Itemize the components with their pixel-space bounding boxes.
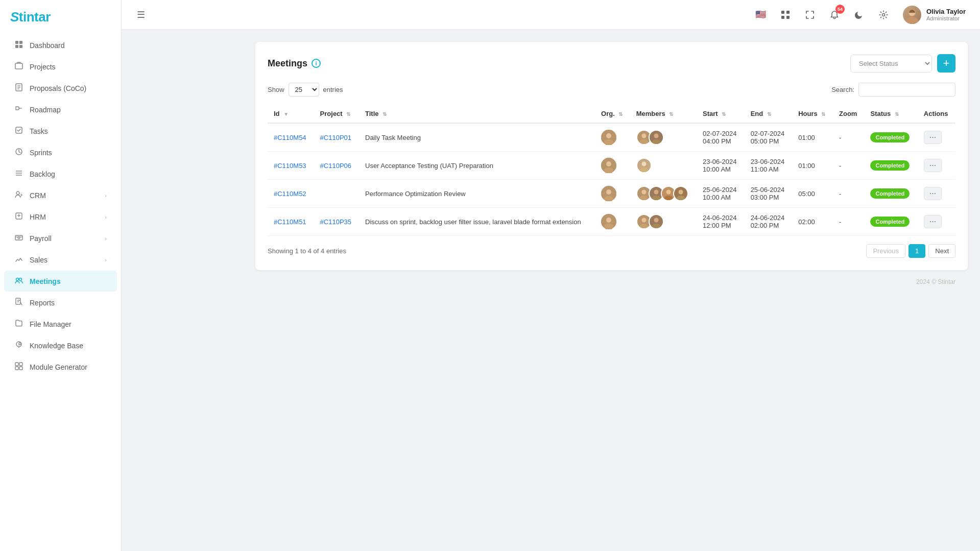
previous-button[interactable]: Previous	[866, 244, 905, 258]
col-zoom: Zoom	[833, 105, 864, 123]
show-select[interactable]: 25 10 50 100	[289, 83, 319, 97]
sidebar-item-file-manager[interactable]: File Manager	[4, 314, 117, 334]
actions-button[interactable]: ···	[924, 215, 942, 228]
sidebar-item-hrm[interactable]: HRM ›	[4, 206, 117, 227]
meeting-end: 24-06-202402:00 PM	[745, 208, 793, 236]
svg-point-57	[641, 190, 646, 195]
meeting-id-link[interactable]: #C110M54	[274, 134, 306, 141]
entries-label: entries	[323, 86, 343, 93]
svg-point-54	[606, 189, 611, 195]
sort-project-icon: ⇅	[346, 111, 350, 117]
members-avatars	[636, 158, 690, 173]
col-hours[interactable]: Hours ⇅	[792, 105, 833, 123]
meeting-id-link[interactable]: #C110M51	[274, 218, 306, 226]
sidebar-item-knowledge-base[interactable]: Knowledge Base	[4, 335, 117, 356]
card-header: Meetings i Select Status Completed Pendi…	[268, 54, 955, 73]
notification-button[interactable]: 54	[825, 6, 844, 24]
meetings-title: Meetings	[268, 58, 307, 69]
actions-button[interactable]: ···	[924, 187, 942, 200]
proposals-icon	[14, 83, 23, 93]
sidebar-item-sprints[interactable]: Sprints	[4, 142, 117, 163]
sidebar-item-backlog[interactable]: Backlog	[4, 163, 117, 184]
sidebar-item-label: Meetings	[30, 277, 61, 285]
sidebar-item-module-generator[interactable]: Module Generator	[4, 356, 117, 377]
sort-members-icon: ⇅	[669, 111, 673, 117]
page-1-button[interactable]: 1	[909, 244, 925, 258]
tasks-icon	[14, 126, 23, 136]
user-profile-button[interactable]: Olivia Taylor Administrator	[899, 4, 970, 26]
member-avatar	[636, 158, 652, 173]
sidebar-item-sales[interactable]: Sales ›	[4, 249, 117, 270]
table-row: #C110M51 #C110P35 Discuss on sprint, bac…	[268, 208, 955, 236]
project-id-link[interactable]: #C110P01	[320, 134, 351, 141]
hamburger-button[interactable]: ☰	[132, 6, 150, 24]
sidebar-item-proposals[interactable]: Proposals (CoCo)	[4, 78, 117, 99]
sidebar-item-label: File Manager	[30, 320, 71, 328]
col-id[interactable]: Id ▼	[268, 105, 314, 123]
sidebar-item-crm[interactable]: CRM ›	[4, 185, 117, 206]
add-meeting-button[interactable]: +	[937, 54, 955, 73]
svg-point-21	[16, 278, 19, 281]
theme-icon	[854, 10, 864, 19]
info-icon[interactable]: i	[312, 59, 321, 68]
actions-button[interactable]: ···	[924, 131, 942, 144]
apps-icon-button[interactable]	[776, 6, 795, 24]
meetings-table: Id ▼ Project ⇅ Title ⇅ Org. ⇅ Members ⇅ …	[268, 105, 955, 236]
user-info: Olivia Taylor Administrator	[926, 8, 966, 21]
settings-icon	[879, 10, 888, 19]
col-start[interactable]: Start ⇅	[697, 105, 745, 123]
table-footer: Showing 1 to 4 of 4 entries Previous 1 N…	[268, 244, 955, 258]
sort-start-icon: ⇅	[722, 111, 726, 117]
sidebar-logo[interactable]: Stintar	[0, 0, 121, 32]
col-members[interactable]: Members ⇅	[630, 105, 697, 123]
status-badge: Completed	[870, 132, 910, 142]
settings-button[interactable]	[874, 6, 893, 24]
member-avatar	[649, 130, 664, 145]
sidebar-item-dashboard[interactable]: Dashboard	[4, 35, 117, 56]
sidebar-item-label: Module Generator	[30, 363, 87, 371]
col-org[interactable]: Org. ⇅	[595, 105, 630, 123]
meeting-id-link[interactable]: #C110M52	[274, 190, 306, 198]
status-badge: Completed	[870, 217, 910, 227]
col-project[interactable]: Project ⇅	[314, 105, 359, 123]
flag-icon-button[interactable]: 🇺🇸	[752, 6, 770, 24]
actions-button[interactable]: ···	[924, 159, 942, 172]
sidebar-item-reports[interactable]: Reports	[4, 292, 117, 313]
theme-toggle-button[interactable]	[850, 6, 868, 24]
payroll-chevron-icon: ›	[105, 235, 107, 242]
show-label: Show	[268, 86, 284, 93]
meeting-end: 25-06-202403:00 PM	[745, 180, 793, 208]
svg-rect-3	[19, 45, 22, 48]
project-id-link[interactable]: #C110P35	[320, 218, 351, 226]
project-id-link[interactable]: #C110P06	[320, 162, 351, 170]
svg-rect-30	[781, 11, 784, 14]
sidebar-item-payroll[interactable]: Payroll ›	[4, 228, 117, 249]
expand-icon-button[interactable]	[801, 6, 819, 24]
next-button[interactable]: Next	[928, 244, 955, 258]
crm-icon	[14, 190, 23, 200]
meeting-title: Performance Optimization Review	[359, 180, 595, 208]
sidebar-item-projects[interactable]: Projects	[4, 56, 117, 77]
sidebar-item-roadmap[interactable]: Roadmap	[4, 99, 117, 120]
col-end[interactable]: End ⇅	[745, 105, 793, 123]
svg-rect-28	[15, 367, 18, 370]
members-avatars	[636, 186, 690, 201]
meeting-id-link[interactable]: #C110M53	[274, 162, 306, 170]
sidebar-item-tasks[interactable]: Tasks	[4, 121, 117, 141]
knowledge-base-icon	[14, 341, 23, 350]
hrm-icon	[14, 212, 23, 222]
col-status[interactable]: Status ⇅	[864, 105, 917, 123]
svg-rect-18	[15, 235, 22, 240]
svg-rect-1	[19, 41, 22, 44]
main-content: Meetings i Select Status Completed Pendi…	[243, 30, 980, 551]
member-avatar	[673, 186, 688, 201]
meeting-hours: 02:00	[792, 208, 833, 236]
svg-point-36	[906, 17, 918, 24]
search-input[interactable]	[858, 83, 955, 97]
status-select[interactable]: Select Status Completed Pending Cancelle…	[850, 55, 932, 73]
col-actions: Actions	[918, 105, 955, 123]
sidebar-item-label: Proposals (CoCo)	[30, 84, 86, 92]
sidebar-item-label: Projects	[30, 63, 56, 71]
col-title[interactable]: Title ⇅	[359, 105, 595, 123]
sidebar-item-meetings[interactable]: Meetings	[4, 271, 117, 292]
